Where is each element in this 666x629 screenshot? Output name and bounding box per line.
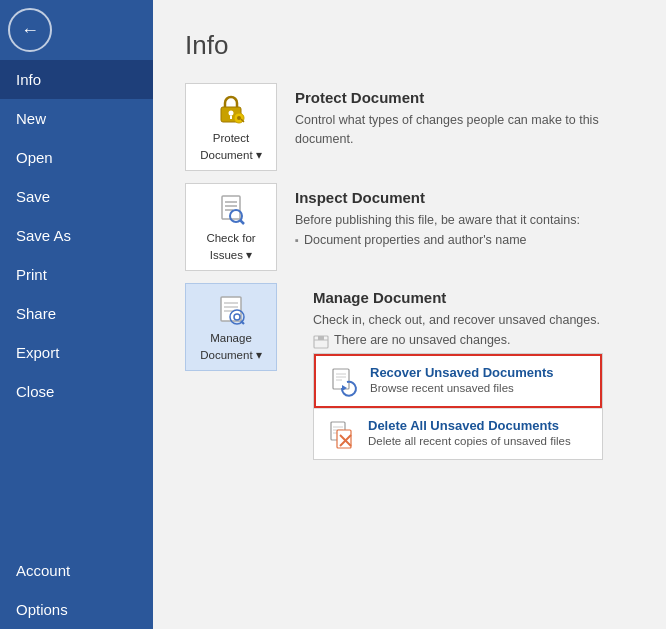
- inspect-bullet-text: Document properties and author's name: [304, 233, 527, 247]
- protect-title: Protect Document: [295, 89, 634, 106]
- page-title: Info: [185, 30, 634, 61]
- inspect-section: Check for Issues ▾ Inspect Document Befo…: [185, 183, 634, 271]
- sidebar-item-account[interactable]: Account: [0, 551, 153, 590]
- back-button[interactable]: ←: [8, 8, 52, 52]
- manage-title: Manage Document: [313, 289, 634, 306]
- svg-point-4: [237, 116, 241, 120]
- sidebar: ← Info New Open Save Save As Print Share…: [0, 0, 153, 629]
- protect-icon: [213, 92, 249, 128]
- manage-wrapper: Manage Document ▾ Manage Document Check …: [185, 283, 634, 460]
- dropdown-popup: Recover Unsaved Documents Browse recent …: [313, 353, 603, 460]
- inspect-title: Inspect Document: [295, 189, 580, 206]
- sidebar-item-open[interactable]: Open: [0, 138, 153, 177]
- sidebar-nav: Info New Open Save Save As Print Share E…: [0, 60, 153, 629]
- manage-btn-label2: Document ▾: [200, 348, 262, 362]
- svg-rect-21: [318, 336, 324, 340]
- recover-icon: [328, 365, 360, 397]
- check-issues-button[interactable]: Check for Issues ▾: [185, 183, 277, 271]
- protect-section: Protect Document ▾ Protect Document Cont…: [185, 83, 634, 171]
- manage-right: Manage Document Check in, check out, and…: [295, 283, 634, 460]
- svg-rect-12: [221, 297, 241, 321]
- manage-text: Manage Document Check in, check out, and…: [295, 283, 634, 349]
- delete-text: Delete All Unsaved Documents Delete all …: [368, 418, 571, 447]
- protect-btn-label2: Document ▾: [200, 148, 262, 162]
- sidebar-item-new[interactable]: New: [0, 99, 153, 138]
- sidebar-item-save[interactable]: Save: [0, 177, 153, 216]
- manage-btn-label: Manage: [210, 332, 252, 344]
- recover-title: Recover Unsaved Documents: [370, 365, 554, 380]
- delete-icon: [326, 418, 358, 450]
- main-content: Info Protect Document ▾ Protect Document…: [153, 0, 666, 629]
- protect-desc: Control what types of changes people can…: [295, 111, 634, 149]
- back-icon: ←: [21, 20, 39, 41]
- sidebar-item-close[interactable]: Close: [0, 372, 153, 411]
- unsaved-icon: [313, 335, 329, 349]
- inspect-btn-label: Check for: [206, 232, 255, 244]
- recover-desc: Browse recent unsaved files: [370, 382, 554, 394]
- sidebar-spacer: [0, 411, 153, 551]
- svg-point-1: [229, 111, 234, 116]
- inspect-btn-label2: Issues ▾: [210, 248, 252, 262]
- sidebar-item-export[interactable]: Export: [0, 333, 153, 372]
- manage-desc: Check in, check out, and recover unsaved…: [313, 311, 634, 330]
- protect-btn-label: Protect: [213, 132, 249, 144]
- manage-document-button[interactable]: Manage Document ▾: [185, 283, 277, 371]
- manage-icon: [213, 292, 249, 328]
- sidebar-item-options[interactable]: Options: [0, 590, 153, 629]
- svg-rect-22: [333, 369, 349, 389]
- delete-title: Delete All Unsaved Documents: [368, 418, 571, 433]
- protect-text: Protect Document Control what types of c…: [295, 83, 634, 149]
- manage-sub: There are no unsaved changes.: [313, 333, 634, 349]
- inspect-desc: Before publishing this file, be aware th…: [295, 211, 580, 230]
- svg-line-11: [241, 221, 245, 225]
- svg-line-18: [241, 321, 244, 324]
- delete-unsaved-button[interactable]: Delete All Unsaved Documents Delete all …: [314, 409, 602, 459]
- inspect-icon: [213, 192, 249, 228]
- sidebar-item-info[interactable]: Info: [0, 60, 153, 99]
- sidebar-item-save-as[interactable]: Save As: [0, 216, 153, 255]
- sidebar-item-share[interactable]: Share: [0, 294, 153, 333]
- bullet-icon: ▪: [295, 234, 299, 246]
- recover-unsaved-button[interactable]: Recover Unsaved Documents Browse recent …: [314, 354, 602, 408]
- sidebar-item-print[interactable]: Print: [0, 255, 153, 294]
- manage-sub-text: There are no unsaved changes.: [334, 333, 511, 347]
- protect-document-button[interactable]: Protect Document ▾: [185, 83, 277, 171]
- inspect-bullet: ▪ Document properties and author's name: [295, 233, 580, 247]
- delete-desc: Delete all recent copies of unsaved file…: [368, 435, 571, 447]
- recover-text: Recover Unsaved Documents Browse recent …: [370, 365, 554, 394]
- inspect-text: Inspect Document Before publishing this …: [295, 183, 580, 247]
